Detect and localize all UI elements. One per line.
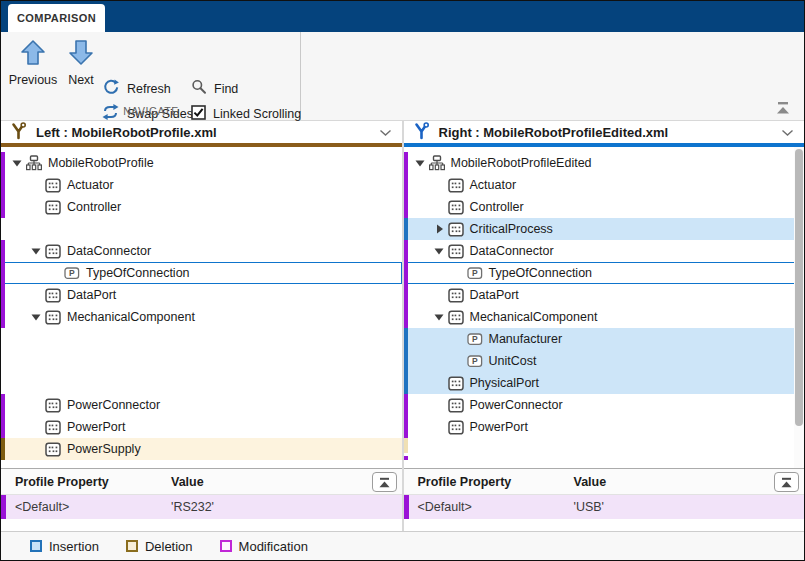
refresh-icon [103,79,120,99]
expander-open-icon[interactable] [9,157,25,169]
tree-node-powerconnector[interactable]: PowerConnector [404,394,805,416]
tree-node-actuator[interactable]: Actuator [1,174,402,196]
tree-node-powerport[interactable]: PowerPort [404,416,805,438]
stereotype-icon [447,244,465,259]
stereotype-icon [447,178,465,193]
column-header-profile-property: Profile Property [1,475,171,489]
legend-label: Deletion [145,539,193,554]
find-label: Find [214,82,238,96]
tree-node-label: DataConnector [67,244,151,258]
legend-bar: InsertionDeletionModification [1,531,804,560]
tree-node-criticalprocess[interactable]: CriticalProcess [404,218,805,240]
expander-closed-icon[interactable] [431,223,447,235]
tree-node-mobilerobotprofile[interactable]: MobileRobotProfile [1,152,402,174]
table-collapse-button[interactable] [774,472,799,492]
tree-node-dataport[interactable]: DataPort [404,284,805,306]
refresh-label: Refresh [127,82,171,96]
expander-open-icon[interactable] [431,311,447,323]
property-value-cell: 'RS232' [171,500,214,514]
stereotype-icon [44,244,62,259]
tree-node-mechanicalcomponent[interactable]: MechanicalComponent [1,306,402,328]
svg-text:P: P [69,268,75,278]
modification-edge-marker [404,394,408,416]
vertical-scrollbar[interactable] [794,147,804,468]
stereotype-icon [44,310,62,325]
tab-comparison[interactable]: COMPARISON [8,4,105,32]
find-button[interactable]: Find [191,78,238,100]
tab-label: COMPARISON [17,12,96,24]
tree-node-actuator[interactable]: Actuator [404,174,805,196]
expander-open-icon[interactable] [431,245,447,257]
tree-node-powerconnector[interactable]: PowerConnector [1,394,402,416]
tree-node-dataconnector[interactable]: DataConnector [404,240,805,262]
tree-node-label: PhysicalPort [470,376,539,390]
tree-node-mobilerobotprofileedited[interactable]: MobileRobotProfileEdited [404,152,805,174]
tree-node-label: MobileRobotProfileEdited [451,156,592,170]
next-button[interactable]: Next [63,39,99,87]
stereotype-icon [447,398,465,413]
property-table-row[interactable]: <Default>'USB' [404,495,805,519]
profile-icon [25,155,43,171]
right-tree: MobileRobotProfileEditedActuatorControll… [404,147,805,469]
stereotype-icon [447,420,465,435]
chevron-down-icon[interactable] [379,125,392,140]
tree-node-typeofconnection[interactable]: PTypeOfConnection [404,262,805,284]
stereotype-icon [447,376,465,391]
tree-node-label: UnitCost [489,354,537,368]
tree-node-label: PowerConnector [470,398,563,412]
tree-node-label: CriticalProcess [470,222,553,236]
collapse-ribbon-icon [775,101,791,115]
property-name-cell: <Default> [1,500,171,514]
modification-edge-marker [1,306,5,328]
previous-button[interactable]: Previous [5,39,61,87]
insertion-edge-marker [404,328,408,350]
tree-node-label: PowerPort [470,420,528,434]
compare-branch-icon [413,122,430,143]
tree-node-powerport[interactable]: PowerPort [1,416,402,438]
compare-branch-icon [10,122,27,143]
tree-node-manufacturer[interactable]: PManufacturer [404,328,805,350]
modification-edge-marker [404,196,408,218]
modification-edge-marker [1,174,5,196]
property-icon: P [466,333,484,346]
right-panel-header[interactable]: Right : MobileRobotProfileEdited.xml [404,121,805,147]
property-name-cell: <Default> [404,500,574,514]
svg-text:P: P [472,268,478,278]
search-icon [191,79,207,99]
tree-node-controller[interactable]: Controller [404,196,805,218]
tree-node-typeofconnection[interactable]: PTypeOfConnection [1,262,402,284]
ribbon-collapse-button[interactable] [775,101,791,115]
modification-edge-marker [404,152,408,174]
stereotype-icon [447,222,465,237]
table-collapse-button[interactable] [372,472,397,492]
property-table-header: Profile PropertyValue [404,469,805,495]
tree-node-dataconnector[interactable]: DataConnector [1,240,402,262]
tree-node-label: PowerPort [67,420,125,434]
tree-node-label: MobileRobotProfile [48,156,154,170]
column-header-profile-property: Profile Property [404,475,574,489]
property-table-row[interactable]: <Default>'RS232' [1,495,402,519]
tree-node-label: Manufacturer [489,332,563,346]
expander-open-icon[interactable] [28,311,44,323]
tree-node-physicalport[interactable]: PhysicalPort [404,372,805,394]
stereotype-icon [447,200,465,215]
expander-open-icon[interactable] [28,245,44,257]
scrollbar-thumb[interactable] [795,149,803,426]
stereotype-icon [44,288,62,303]
tree-node-mechanicalcomponent[interactable]: MechanicalComponent [404,306,805,328]
tree-node-empty [1,372,402,394]
tree-node-controller[interactable]: Controller [1,196,402,218]
modification-edge-marker [1,416,5,438]
property-icon: P [466,355,484,368]
modification-swatch-icon [220,540,232,552]
expander-open-icon[interactable] [412,157,428,169]
insertion-edge-marker [404,350,408,372]
tree-node-powersupply[interactable]: PowerSupply [1,438,402,460]
left-property-table: Profile PropertyValue<Default>'RS232' [1,469,402,531]
chevron-down-icon[interactable] [781,125,794,140]
tree-node-label: MechanicalComponent [470,310,598,324]
tree-node-unitcost[interactable]: PUnitCost [404,350,805,372]
refresh-button[interactable]: Refresh [103,78,171,100]
deletion-placeholder-edge-marker [404,438,408,460]
tree-node-dataport[interactable]: DataPort [1,284,402,306]
